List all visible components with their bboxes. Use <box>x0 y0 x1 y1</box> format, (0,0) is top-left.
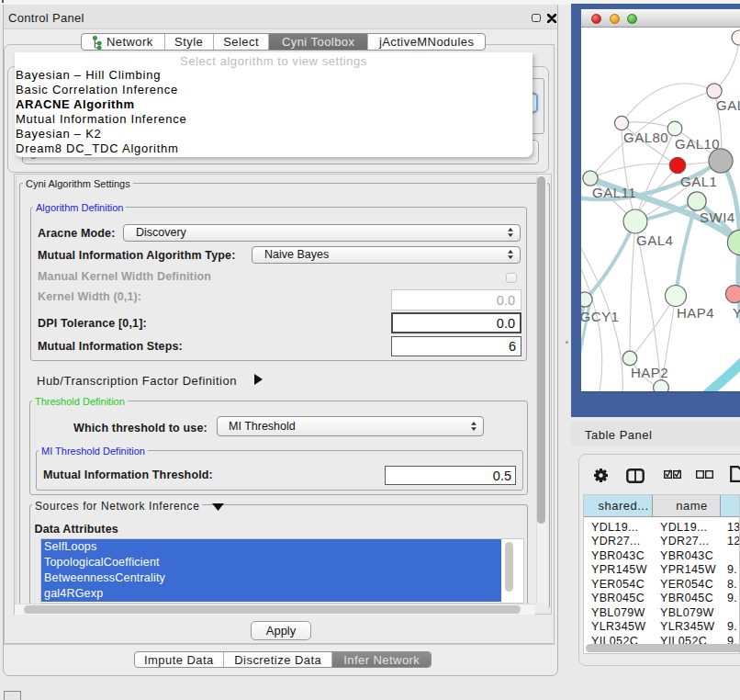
svg-text:GCY1: GCY1 <box>581 309 619 324</box>
svg-text:GAL10: GAL10 <box>675 136 720 152</box>
svg-text:HAP4: HAP4 <box>677 305 714 321</box>
svg-text:GAL80: GAL80 <box>623 130 668 145</box>
svg-text:Y: Y <box>733 305 740 321</box>
svg-text:SWI4: SWI4 <box>700 209 735 225</box>
svg-text:GAL1: GAL1 <box>680 174 717 189</box>
svg-text:HAP2: HAP2 <box>631 365 668 380</box>
svg-text:GAL11: GAL11 <box>592 185 636 200</box>
svg-text:GAL4: GAL4 <box>636 232 673 248</box>
svg-text:GAL7: GAL7 <box>716 97 740 113</box>
